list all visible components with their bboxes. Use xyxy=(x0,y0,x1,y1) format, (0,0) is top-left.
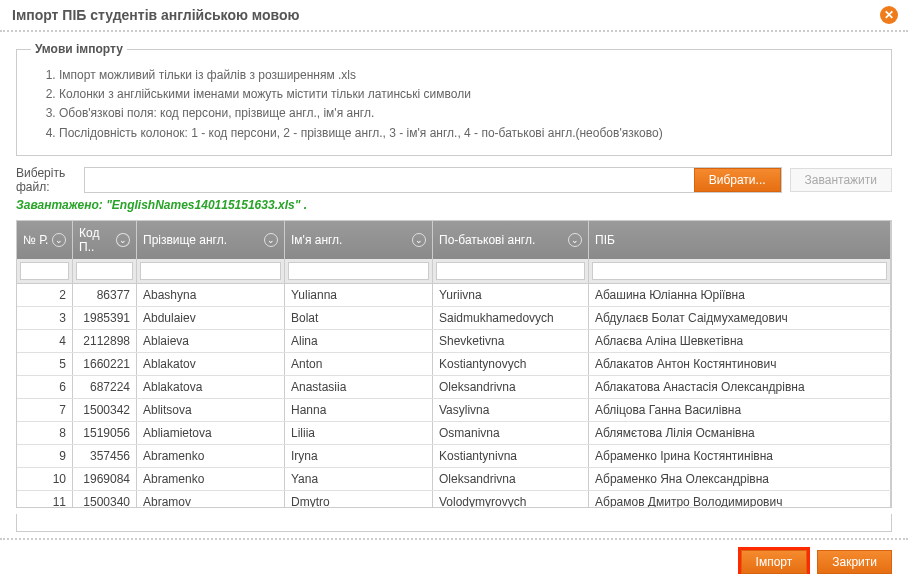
chevron-down-icon[interactable]: ⌄ xyxy=(116,233,130,247)
cell-surname: Abramov xyxy=(137,491,285,507)
import-dialog: Імпорт ПІБ студентів англійською мовою ✕… xyxy=(0,0,908,574)
cell-patronymic: Kostiantynovych xyxy=(433,353,589,375)
cell-name: Iryna xyxy=(285,445,433,467)
cell-pib: Аблаєва Аліна Шевкетівна xyxy=(589,330,891,352)
loaded-status: Завантажено: "EnglishNames140115151633.x… xyxy=(16,198,892,212)
filter-index[interactable] xyxy=(20,262,69,280)
cell-patronymic: Saidmukhamedovych xyxy=(433,307,589,329)
upload-button: Завантажити xyxy=(790,168,892,192)
close-icon[interactable]: ✕ xyxy=(880,6,898,24)
chevron-down-icon[interactable]: ⌄ xyxy=(264,233,278,247)
col-header-index[interactable]: № Р.⌄ xyxy=(17,221,73,259)
file-label: Виберіть файл: xyxy=(16,166,76,194)
dialog-header: Імпорт ПІБ студентів англійською мовою ✕ xyxy=(0,0,908,32)
col-header-code[interactable]: Код П..⌄ xyxy=(73,221,137,259)
table-row[interactable]: 6687224AblakatovaAnastasiiaOleksandrivna… xyxy=(17,376,891,399)
cell-index: 6 xyxy=(17,376,73,398)
cell-name: Anastasiia xyxy=(285,376,433,398)
cell-name: Alina xyxy=(285,330,433,352)
table-row[interactable]: 42112898AblaievaAlinaShevketivnaАблаєва … xyxy=(17,330,891,353)
table-header-row: № Р.⌄ Код П..⌄ Прізвище англ.⌄ Ім'я англ… xyxy=(17,221,891,259)
cell-surname: Abramenko xyxy=(137,445,285,467)
cell-pib: Абдулаєв Болат Саідмухамедович xyxy=(589,307,891,329)
filter-surname[interactable] xyxy=(140,262,281,280)
cell-patronymic: Shevketivna xyxy=(433,330,589,352)
cell-patronymic: Volodymyrovych xyxy=(433,491,589,507)
cell-pib: Абашина Юліанна Юріївна xyxy=(589,284,891,306)
cell-surname: Ablakatova xyxy=(137,376,285,398)
cell-pib: Аблакатов Антон Костянтинович xyxy=(589,353,891,375)
table-row[interactable]: 51660221AblakatovAntonKostiantynovychАбл… xyxy=(17,353,891,376)
results-table: № Р.⌄ Код П..⌄ Прізвище англ.⌄ Ім'я англ… xyxy=(16,220,892,508)
cell-pib: Аблямєтова Лілія Османівна xyxy=(589,422,891,444)
filter-patronymic[interactable] xyxy=(436,262,585,280)
col-header-pib[interactable]: ПІБ xyxy=(589,221,891,259)
close-button[interactable]: Закрити xyxy=(817,550,892,574)
chevron-down-icon[interactable]: ⌄ xyxy=(412,233,426,247)
cell-name: Bolat xyxy=(285,307,433,329)
cell-patronymic: Oleksandrivna xyxy=(433,468,589,490)
dialog-content: Умови імпорту Імпорт можливий тільки із … xyxy=(0,32,908,538)
table-row[interactable]: 101969084AbramenkoYanaOleksandrivnaАбрам… xyxy=(17,468,891,491)
table-row[interactable]: 71500342AblitsovaHannaVasylivnaАбліцова … xyxy=(17,399,891,422)
cell-index: 4 xyxy=(17,330,73,352)
conditions-list: Імпорт можливий тільки із файлів з розши… xyxy=(59,66,877,143)
table-body[interactable]: 286377AbashynaYuliannaYuriivnaАбашина Юл… xyxy=(17,283,891,507)
table-row[interactable]: 111500340AbramovDmytroVolodymyrovychАбра… xyxy=(17,491,891,507)
file-chooser-row: Виберіть файл: Вибрати... Завантажити xyxy=(16,166,892,194)
cell-code: 1519056 xyxy=(73,422,137,444)
filter-pib[interactable] xyxy=(592,262,887,280)
cell-index: 7 xyxy=(17,399,73,421)
chevron-down-icon[interactable]: ⌄ xyxy=(568,233,582,247)
condition-item: Обов'язкові поля: код персони, прізвище … xyxy=(59,104,877,123)
cell-patronymic: Vasylivna xyxy=(433,399,589,421)
cell-name: Hanna xyxy=(285,399,433,421)
conditions-legend: Умови імпорту xyxy=(31,42,127,56)
file-path-input[interactable] xyxy=(85,168,694,192)
cell-pib: Абрамов Дмитро Володимирович xyxy=(589,491,891,507)
cell-pib: Абліцова Ганна Василівна xyxy=(589,399,891,421)
cell-index: 11 xyxy=(17,491,73,507)
cell-patronymic: Yuriivna xyxy=(433,284,589,306)
cell-name: Anton xyxy=(285,353,433,375)
col-header-surname[interactable]: Прізвище англ.⌄ xyxy=(137,221,285,259)
cell-code: 1500340 xyxy=(73,491,137,507)
dialog-footer: Імпорт Закрити xyxy=(0,538,908,574)
cell-index: 3 xyxy=(17,307,73,329)
dialog-title: Імпорт ПІБ студентів англійською мовою xyxy=(12,7,299,23)
condition-item: Імпорт можливий тільки із файлів з розши… xyxy=(59,66,877,85)
cell-pib: Аблакатова Анастасія Олександрівна xyxy=(589,376,891,398)
cell-index: 9 xyxy=(17,445,73,467)
cell-code: 1985391 xyxy=(73,307,137,329)
chevron-down-icon[interactable]: ⌄ xyxy=(52,233,66,247)
cell-surname: Abliamietova xyxy=(137,422,285,444)
cell-code: 2112898 xyxy=(73,330,137,352)
cell-index: 10 xyxy=(17,468,73,490)
horizontal-scrollbar[interactable] xyxy=(16,514,892,532)
table-row[interactable]: 286377AbashynaYuliannaYuriivnaАбашина Юл… xyxy=(17,284,891,307)
import-conditions: Умови імпорту Імпорт можливий тільки із … xyxy=(16,42,892,156)
table-row[interactable]: 31985391AbdulaievBolatSaidmukhamedovychА… xyxy=(17,307,891,330)
file-input-wrap: Вибрати... xyxy=(84,167,782,193)
col-header-patronymic[interactable]: По-батькові англ.⌄ xyxy=(433,221,589,259)
cell-index: 8 xyxy=(17,422,73,444)
condition-item: Колонки з англійськими іменами можуть мі… xyxy=(59,85,877,104)
cell-pib: Абраменко Ірина Костянтинівна xyxy=(589,445,891,467)
browse-button[interactable]: Вибрати... xyxy=(694,168,781,192)
col-header-name[interactable]: Ім'я англ.⌄ xyxy=(285,221,433,259)
table-row[interactable]: 9357456AbramenkoIrynaKostiantynivnaАбрам… xyxy=(17,445,891,468)
cell-surname: Ablitsova xyxy=(137,399,285,421)
cell-surname: Abashyna xyxy=(137,284,285,306)
filter-name[interactable] xyxy=(288,262,429,280)
cell-patronymic: Oleksandrivna xyxy=(433,376,589,398)
cell-surname: Abramenko xyxy=(137,468,285,490)
cell-code: 1660221 xyxy=(73,353,137,375)
cell-pib: Абраменко Яна Олександрівна xyxy=(589,468,891,490)
import-button[interactable]: Імпорт xyxy=(741,550,808,574)
cell-index: 5 xyxy=(17,353,73,375)
cell-name: Dmytro xyxy=(285,491,433,507)
cell-patronymic: Kostiantynivna xyxy=(433,445,589,467)
cell-code: 1969084 xyxy=(73,468,137,490)
filter-code[interactable] xyxy=(76,262,133,280)
table-row[interactable]: 81519056AbliamietovaLiliiaOsmanivnaАблям… xyxy=(17,422,891,445)
